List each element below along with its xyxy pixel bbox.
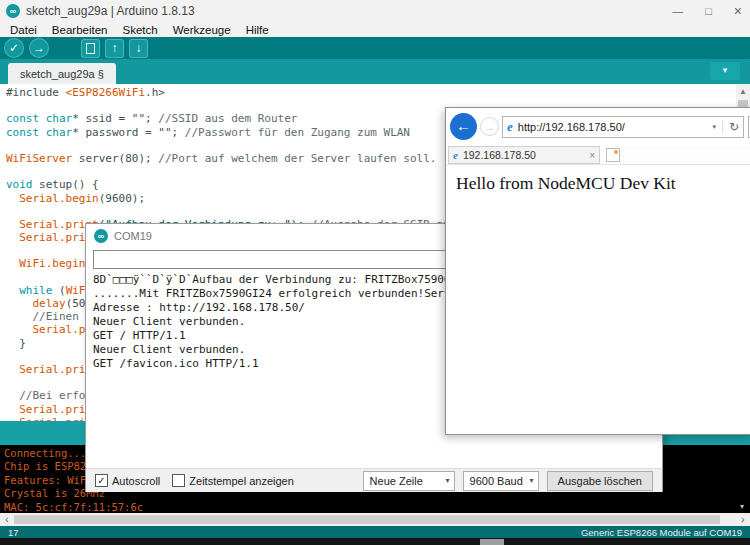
- console-scroll-down-icon[interactable]: ▾: [736, 502, 748, 513]
- autoscroll-checkbox[interactable]: ✓: [95, 474, 108, 487]
- chevron-down-icon: ▼: [721, 66, 729, 75]
- browser-navbar: ← → e http://192.168.178.50/ ▾ ↻: [446, 108, 750, 146]
- arrow-down-icon: ↓: [136, 41, 142, 55]
- verify-button[interactable]: ✓: [4, 38, 24, 58]
- scroll-right-icon[interactable]: ›: [736, 513, 750, 526]
- open-sketch-button[interactable]: ↑: [105, 39, 124, 58]
- tab-menu-button[interactable]: ▼: [710, 62, 740, 80]
- check-icon: ✓: [9, 41, 19, 55]
- menu-item-datei[interactable]: Datei: [10, 24, 37, 36]
- new-sketch-button[interactable]: [81, 39, 100, 58]
- ide-statusbar: 17 Generic ESP8266 Module auf COM19: [0, 526, 750, 538]
- timestamp-label: Zeitstempel anzeigen: [189, 475, 294, 487]
- hscrollbar-thumb[interactable]: [14, 515, 720, 524]
- bottom-strip-segment: [480, 539, 504, 545]
- close-icon[interactable]: ×: [734, 3, 742, 19]
- ie-favicon: e: [507, 119, 513, 135]
- ide-titlebar[interactable]: ∞ sketch_aug29a | Arduino 1.8.13 — □ ×: [0, 0, 750, 22]
- scroll-left-icon[interactable]: ‹: [0, 513, 14, 526]
- ide-window-title: sketch_aug29a | Arduino 1.8.13: [26, 4, 195, 18]
- toolbar: ✓ → ↑ ↓: [0, 37, 750, 59]
- forward-button[interactable]: →: [480, 117, 499, 136]
- browser-window: ← → e http://192.168.178.50/ ▾ ↻ e 192.1…: [445, 107, 750, 435]
- menubar: DateiBearbeitenSketchWerkzeugeHilfe: [0, 22, 750, 37]
- tab-close-icon[interactable]: ×: [589, 150, 595, 161]
- refresh-icon[interactable]: ↻: [729, 120, 739, 134]
- console-horizontal-scrollbar[interactable]: ‹ ›: [0, 513, 750, 526]
- arrow-right-icon: →: [484, 121, 495, 133]
- board-port-indicator: Generic ESP8266 Module auf COM19: [581, 527, 742, 538]
- serial-bottombar: ✓ Autoscroll Zeitstempel anzeigen Neue Z…: [86, 468, 662, 492]
- minimize-icon[interactable]: —: [672, 5, 683, 17]
- cursor-line-indicator: 17: [8, 527, 19, 538]
- browser-tab-title: 192.168.178.50: [463, 149, 536, 161]
- url-text: http://192.168.178.50/: [518, 121, 625, 133]
- arduino-app-icon: ∞: [94, 229, 108, 243]
- menu-item-bearbeiten[interactable]: Bearbeiten: [52, 24, 108, 36]
- back-button[interactable]: ←: [450, 113, 477, 140]
- arduino-app-icon: ∞: [6, 4, 20, 18]
- chevron-down-icon: ▾: [530, 476, 534, 485]
- document-icon: [86, 43, 95, 54]
- tab-label: sketch_aug29a §: [20, 68, 104, 80]
- line-ending-select[interactable]: Neue Zeile ▾: [363, 471, 455, 491]
- timestamp-checkbox[interactable]: [172, 474, 185, 487]
- menu-item-hilfe[interactable]: Hilfe: [246, 24, 269, 36]
- browser-page-content: Hello from NodeMCU Dev Kit: [446, 164, 750, 434]
- editor-tabbar: sketch_aug29a § ▼: [0, 59, 750, 84]
- url-dropdown-icon[interactable]: ▾: [712, 123, 716, 131]
- bottom-strip: [0, 538, 750, 545]
- arrow-right-icon: →: [33, 41, 45, 55]
- code-line: #include <ESP8266WiFi.h>: [6, 86, 750, 99]
- chevron-down-icon: ▾: [446, 476, 450, 485]
- scroll-up-icon[interactable]: ▲: [736, 84, 750, 99]
- baud-rate-select[interactable]: 9600 Baud ▾: [463, 471, 539, 491]
- browser-tabbar: e 192.168.178.50 ×: [446, 146, 750, 164]
- line-ending-value: Neue Zeile: [370, 475, 423, 487]
- arrow-up-icon: ↑: [112, 41, 118, 55]
- new-tab-button[interactable]: [606, 148, 620, 162]
- save-sketch-button[interactable]: ↓: [129, 39, 148, 58]
- menu-item-werkzeuge[interactable]: Werkzeuge: [173, 24, 231, 36]
- output-line: MAC: 5c:cf:7f:11:57:6c: [4, 501, 750, 513]
- baud-rate-value: 9600 Baud: [470, 475, 523, 487]
- address-bar[interactable]: e http://192.168.178.50/ ▾ ↻: [502, 116, 744, 138]
- page-heading: Hello from NodeMCU Dev Kit: [456, 173, 676, 194]
- maximize-icon[interactable]: □: [705, 5, 712, 17]
- clear-output-label: Ausgabe löschen: [558, 475, 642, 487]
- arrow-left-icon: ←: [456, 117, 471, 134]
- menu-item-sketch[interactable]: Sketch: [122, 24, 157, 36]
- tab-sketch-aug29a[interactable]: sketch_aug29a §: [8, 63, 116, 84]
- ie-favicon: e: [453, 149, 458, 161]
- upload-button[interactable]: →: [29, 38, 49, 58]
- autoscroll-label: Autoscroll: [112, 475, 160, 487]
- clear-output-button[interactable]: Ausgabe löschen: [547, 471, 653, 491]
- browser-tab[interactable]: e 192.168.178.50 ×: [448, 146, 600, 164]
- serial-window-title: COM19: [114, 230, 152, 242]
